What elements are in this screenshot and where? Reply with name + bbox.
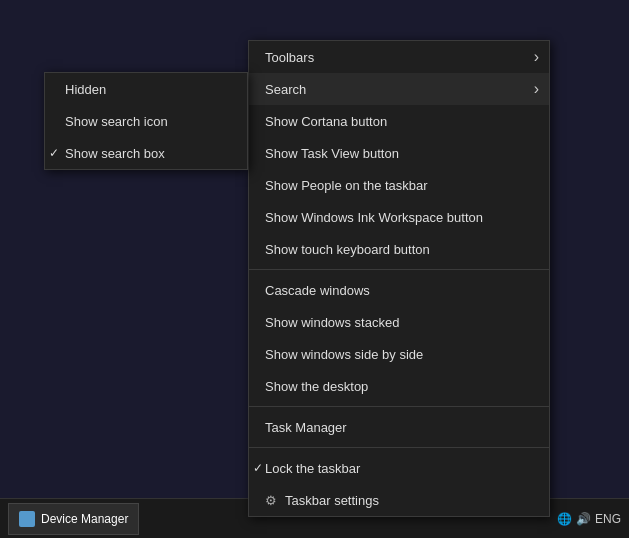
menu-item-settings[interactable]: ⚙ Taskbar settings	[249, 484, 549, 516]
language-indicator: ENG	[595, 512, 621, 526]
menu-item-taskmanager[interactable]: Task Manager	[249, 411, 549, 443]
search-option-hidden-label: Hidden	[65, 82, 106, 97]
menu-item-taskview[interactable]: Show Task View button	[249, 137, 549, 169]
search-option-box[interactable]: Show search box	[45, 137, 247, 169]
menu-item-keyboard-label: Show touch keyboard button	[265, 242, 430, 257]
main-context-menu: Toolbars Search Show Cortana button Show…	[248, 40, 550, 517]
menu-item-toolbars-label: Toolbars	[265, 50, 314, 65]
menu-item-stacked-label: Show windows stacked	[265, 315, 399, 330]
menu-item-people-label: Show People on the taskbar	[265, 178, 428, 193]
menu-item-people[interactable]: Show People on the taskbar	[249, 169, 549, 201]
menu-item-stacked[interactable]: Show windows stacked	[249, 306, 549, 338]
taskbar-app-label: Device Manager	[41, 512, 128, 526]
network-icon: 🌐	[557, 512, 572, 526]
menu-item-ink[interactable]: Show Windows Ink Workspace button	[249, 201, 549, 233]
menu-item-taskmanager-label: Task Manager	[265, 420, 347, 435]
gear-icon: ⚙	[265, 493, 277, 508]
menu-item-cortana[interactable]: Show Cortana button	[249, 105, 549, 137]
search-option-box-label: Show search box	[65, 146, 165, 161]
menu-item-toolbars[interactable]: Toolbars	[249, 41, 549, 73]
menu-item-lock-label: Lock the taskbar	[265, 461, 360, 476]
menu-item-lock[interactable]: Lock the taskbar	[249, 452, 549, 484]
divider-2	[249, 406, 549, 407]
device-manager-icon	[19, 511, 35, 527]
taskbar-right: 🌐 🔊 ENG	[557, 512, 629, 526]
menu-item-sidebyside[interactable]: Show windows side by side	[249, 338, 549, 370]
volume-icon: 🔊	[576, 512, 591, 526]
menu-item-desktop-label: Show the desktop	[265, 379, 368, 394]
search-option-icon-label: Show search icon	[65, 114, 168, 129]
menu-item-sidebyside-label: Show windows side by side	[265, 347, 423, 362]
menu-item-desktop[interactable]: Show the desktop	[249, 370, 549, 402]
menu-item-ink-label: Show Windows Ink Workspace button	[265, 210, 483, 225]
search-option-hidden[interactable]: Hidden	[45, 73, 247, 105]
divider-1	[249, 269, 549, 270]
taskbar-tray: 🌐 🔊 ENG	[557, 512, 621, 526]
menu-item-search[interactable]: Search	[249, 73, 549, 105]
menu-item-cascade[interactable]: Cascade windows	[249, 274, 549, 306]
menu-item-cortana-label: Show Cortana button	[265, 114, 387, 129]
menu-item-cascade-label: Cascade windows	[265, 283, 370, 298]
menu-item-search-label: Search	[265, 82, 306, 97]
menu-item-taskview-label: Show Task View button	[265, 146, 399, 161]
divider-3	[249, 447, 549, 448]
taskbar-app-device-manager[interactable]: Device Manager	[8, 503, 139, 535]
menu-item-keyboard[interactable]: Show touch keyboard button	[249, 233, 549, 265]
search-option-icon[interactable]: Show search icon	[45, 105, 247, 137]
search-submenu: Hidden Show search icon Show search box	[44, 72, 248, 170]
menu-item-settings-label: Taskbar settings	[285, 493, 379, 508]
